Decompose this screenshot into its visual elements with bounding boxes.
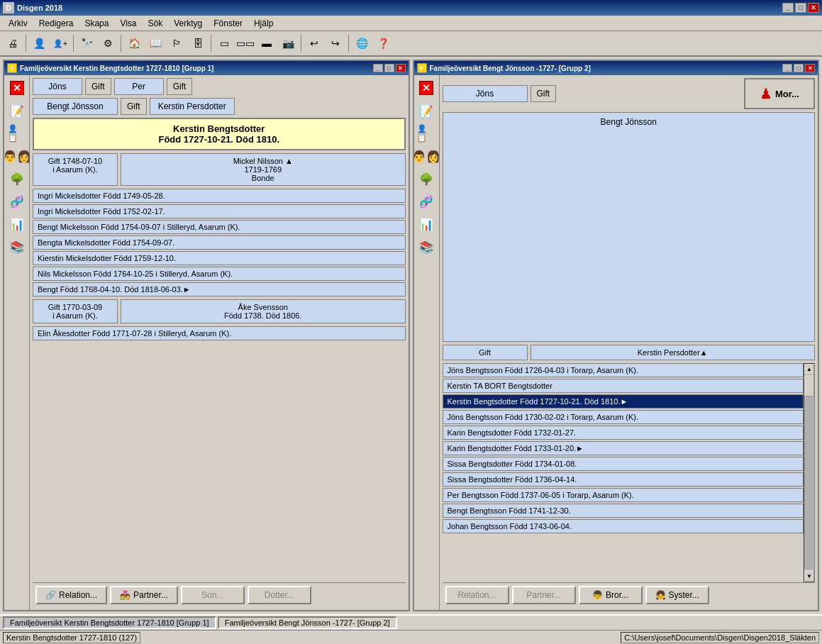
left-mdi-title: Familjeöversikt Kerstin Bengtsdotter 172… [20,65,213,72]
right-partner-btn[interactable]: Partner... [512,586,576,604]
right-child-row-1[interactable]: Kerstin TA BORT Bengtsdotter [443,379,804,393]
right-family-icon[interactable]: 👨‍👩 [416,146,436,166]
left-spouse1-box[interactable]: Mickel Nilsson ▲ 1719-1769 Bonde [121,153,406,186]
left-father-box[interactable]: Bengt Jönsson [33,98,118,115]
undo-btn[interactable]: ↩ [304,33,324,53]
right-chart-icon[interactable]: 📊 [416,214,436,234]
person-btn[interactable]: 👤 [29,33,49,53]
redo-btn[interactable]: ↪ [326,33,345,53]
right-person-name: Bengt Jönsson [601,117,657,127]
right-sources-icon[interactable]: 📚 [416,237,436,257]
right-child-row-3[interactable]: Jöns Bengtsson Född 1730-02-02 i Torarp,… [443,410,804,424]
window1-btn[interactable]: ▭ [214,33,234,53]
right-child-row-9[interactable]: Bengt Bengtsson Född 1741-12-30. [443,504,804,518]
left-grandfather-box[interactable]: Jöns [33,78,82,95]
right-mdi-maximize[interactable]: □ [794,64,804,72]
scroll-up-arrow[interactable]: ▲ [804,364,814,375]
right-spouse-box[interactable]: Kerstin Persdotter▲ [531,345,816,360]
left-grandmother-box[interactable]: Per [114,78,164,95]
left-child-row-2[interactable]: Bengt Mickelsson Född 1754-09-07 i Still… [33,220,406,234]
right-child-row-6[interactable]: Sissa Bengtsdotter Född 1734-01-08. [443,457,804,471]
right-child-row-7[interactable]: Sissa Bengtsdotter Född 1736-04-14. [443,472,804,487]
right-mdi-minimize[interactable]: _ [782,64,792,72]
globe-btn[interactable]: 🌐 [352,33,372,53]
right-mdi-controls: _ □ ✕ [782,64,815,72]
menu-visa[interactable]: Visa [114,17,142,30]
left-son-btn[interactable]: Son... [181,586,245,604]
right-children-container[interactable]: Jöns Bengtsson Född 1726-04-03 i Torarp,… [443,363,804,583]
left-child-row-4[interactable]: Kierstin Mickelsdotter Född 1759-12-10. [33,251,406,265]
right-person-icon[interactable]: 👤📋 [416,123,436,143]
right-grandfather-box[interactable]: Jöns [443,85,528,102]
help-btn[interactable]: ❓ [373,33,393,53]
maximize-btn[interactable]: □ [795,3,806,13]
left-mdi-maximize[interactable]: □ [384,64,394,72]
menu-redigera[interactable]: Redigera [33,17,79,30]
left-family-icon[interactable]: 👨‍👩 [7,146,27,166]
taskbar-tab2[interactable]: Familjeöversikt Bengt Jönsson -1727- [Gr… [218,616,397,629]
left-children-container[interactable]: Ingri Mickelsdotter Född 1749-05-28. Ing… [33,189,406,582]
left-mdi-minimize[interactable]: _ [373,64,383,72]
left-mdi-close[interactable]: ✕ [396,64,406,72]
right-bror-btn[interactable]: 👦 Bror... [579,586,643,604]
right-notes-icon[interactable]: 📝 [416,101,436,121]
right-scrollbar[interactable]: ▲ ▼ [804,363,815,583]
right-delete-icon[interactable]: ✕ [416,78,436,98]
left-child-row-1[interactable]: Ingri Mickelsdotter Född 1752-02-17. [33,204,406,218]
left-child-row-6[interactable]: Bengt Född 1768-04-10. Död 1818-06-03.► [33,282,406,296]
right-child-row-2[interactable]: Kerstin Bengtsdotter Född 1727-10-21. Dö… [443,394,804,409]
scroll-thumb[interactable] [804,375,814,396]
left-child-row-0[interactable]: Ingri Mickelsdotter Född 1749-05-28. [33,189,406,203]
window3-btn[interactable]: ▬ [257,33,277,53]
person2-btn[interactable]: 👤+ [50,33,70,53]
menu-hjalp[interactable]: Hjälp [248,17,279,30]
right-tree-icon[interactable]: 🌳 [416,169,436,189]
close-btn[interactable]: ✕ [808,3,819,13]
menu-arkiv[interactable]: Arkiv [3,17,33,30]
left-mother-box[interactable]: Kerstin Persdotter [150,98,235,115]
right-child-row-10[interactable]: Johan Bengtsson Född 1743-06-04. [443,519,804,533]
left-ancestors-icon[interactable]: 🧬 [7,191,27,211]
left-connector2: Gift [167,78,193,95]
right-child-row-0[interactable]: Jöns Bengtsson Född 1726-04-03 i Torarp,… [443,363,804,377]
left-tree-icon[interactable]: 🌳 [7,169,27,189]
left-child-row-3[interactable]: Bengta Mickelsdotter Född 1754-09-07. [33,235,406,250]
left-delete-icon[interactable]: ✕ [7,78,27,98]
binoculars-btn[interactable]: 🔭 [77,33,96,53]
taskbar-tab1[interactable]: Familjeöversikt Kerstin Bengtsdotter 172… [3,616,216,629]
flag-btn[interactable]: 🏳 [167,33,187,53]
right-syster-btn[interactable]: 👧 Syster... [645,586,709,604]
status-left-text: Kerstin Bengtsdotter 1727-1810 (127) [6,633,137,642]
right-relation-btn[interactable]: Relation... [445,586,509,604]
database-btn[interactable]: 🗄 [188,33,208,53]
right-child-row-4[interactable]: Karin Bengtsdotter Född 1732-01-27. [443,426,804,440]
left-person-icon[interactable]: 👤📋 [7,123,27,143]
tools-btn[interactable]: ⚙ [98,33,118,53]
left-child-row-5[interactable]: Nils Mickelsson Född 1764-10-25 i Stille… [33,267,406,281]
left-notes-icon[interactable]: 📝 [7,101,27,121]
left-sources-icon[interactable]: 📚 [7,237,27,257]
print-btn[interactable]: 🖨 [3,33,23,53]
left-child-row-7[interactable]: Elin Åkesdotter Född 1771-07-28 i Stille… [33,326,406,340]
home-btn[interactable]: 🏠 [124,33,144,53]
menu-verktyg[interactable]: Verktyg [168,17,208,30]
menu-fonster[interactable]: Fönster [208,17,248,30]
left-person-dates: Född 1727-10-21. Död 1810. [38,134,400,145]
right-mdi-close[interactable]: ✕ [805,64,815,72]
left-dotter-btn[interactable]: Dotter... [248,586,311,604]
left-partner-btn[interactable]: 💑 Partner... [110,586,178,604]
minimize-btn[interactable]: _ [782,3,794,13]
menu-sok[interactable]: Sök [143,17,169,30]
left-chart-icon[interactable]: 📊 [7,214,27,234]
right-child-row-8[interactable]: Per Bengtsson Född 1737-06-05 i Torarp, … [443,488,804,502]
camera-btn[interactable]: 📷 [278,33,298,53]
menu-skapa[interactable]: Skapa [79,17,114,30]
window2-btn[interactable]: ▭▭ [235,33,255,53]
scroll-down-arrow[interactable]: ▼ [804,570,814,582]
left-spouse2-box[interactable]: Åke Svensson Född 1738. Död 1806. [121,299,406,323]
mor-button[interactable]: ♟ Mor... [744,78,815,109]
right-child-row-5[interactable]: Karin Bengtsdotter Född 1733-01-20.► [443,441,804,455]
right-ancestors-icon[interactable]: 🧬 [416,191,436,211]
left-relation-btn[interactable]: 🔗 Relation... [35,586,107,604]
bookmark-btn[interactable]: 📖 [145,33,165,53]
